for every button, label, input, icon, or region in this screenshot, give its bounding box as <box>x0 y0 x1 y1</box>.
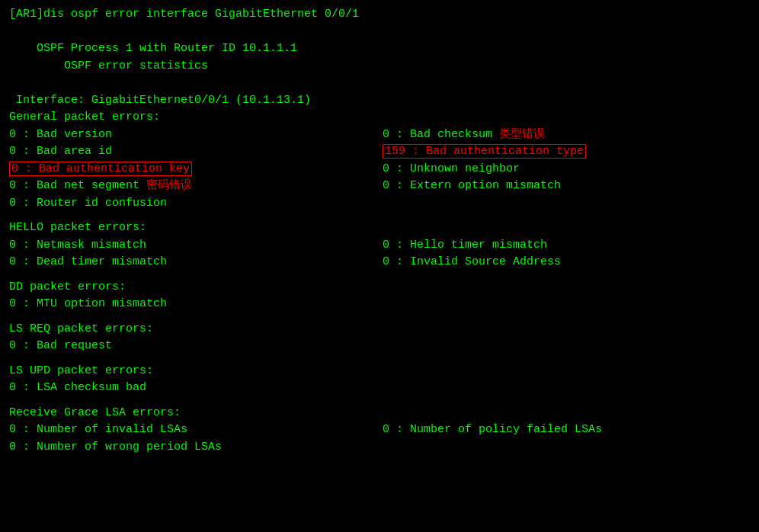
prompt-line: [AR1]dis ospf error interface GigabitEth… <box>9 6 750 24</box>
general-row-4-right <box>383 195 750 213</box>
lsreq-row-0-left: 0 : Bad request <box>9 338 383 355</box>
bad-auth-key-box: 0 : Bad authentication key <box>9 162 192 176</box>
general-row-3: 0 : Bad net segment 密码错误 0 : Extern opti… <box>9 178 750 195</box>
blank2 <box>9 75 750 92</box>
dd-row-0: 0 : MTU option mismatch <box>9 296 750 313</box>
lsreq-header: LS REQ packet errors: <box>9 321 750 338</box>
header2: OSPF error statistics <box>9 58 750 75</box>
grace-row-0-right: 0 : Number of policy failed LSAs <box>383 421 750 439</box>
general-row-2: 0 : Bad authentication key 0 : Unknown n… <box>9 161 750 178</box>
annotation-password: 密码错误 <box>146 179 192 192</box>
general-row-0-right: 0 : Bad checksum 类型错误 <box>383 127 750 144</box>
terminal: [AR1]dis ospf error interface GigabitEth… <box>9 6 750 526</box>
lsupd-row-0-right <box>383 380 750 397</box>
annotation-checksum: 类型错误 <box>499 128 545 141</box>
grace-header: Receive Grace LSA errors: <box>9 405 750 422</box>
gap4 <box>9 355 750 363</box>
general-row-2-left: 0 : Bad authentication key <box>9 161 383 178</box>
general-row-3-left: 0 : Bad net segment 密码错误 <box>9 178 383 195</box>
header1: OSPF Process 1 with Router ID 10.1.1.1 <box>9 40 750 58</box>
gap5 <box>9 397 750 405</box>
hello-row-0-right: 0 : Hello timer mismatch <box>383 237 750 255</box>
gap1 <box>9 212 750 220</box>
general-row-2-right: 0 : Unknown neighbor <box>383 161 750 178</box>
grace-row-1-right <box>383 439 750 457</box>
grace-row-0-left: 0 : Number of invalid LSAs <box>9 421 383 439</box>
dd-row-0-left: 0 : MTU option mismatch <box>9 296 383 313</box>
general-row-0-left: 0 : Bad version <box>9 127 383 144</box>
grace-row-0: 0 : Number of invalid LSAs 0 : Number of… <box>9 421 750 439</box>
dd-header: DD packet errors: <box>9 279 750 296</box>
blank1 <box>9 24 750 41</box>
dd-row-0-right <box>383 296 750 313</box>
hello-header: HELLO packet errors: <box>9 220 750 237</box>
general-header: General packet errors: <box>9 109 750 127</box>
lsupd-header: LS UPD packet errors: <box>9 363 750 380</box>
lsupd-row-0: 0 : LSA checksum bad <box>9 380 750 397</box>
hello-row-1-left: 0 : Dead timer mismatch <box>9 254 383 271</box>
hello-row-1-right: 0 : Invalid Source Address <box>383 254 750 271</box>
general-row-1: 0 : Bad area id 159 : Bad authentication… <box>9 143 750 161</box>
lsreq-row-0: 0 : Bad request <box>9 338 750 355</box>
general-row-0: 0 : Bad version 0 : Bad checksum 类型错误 <box>9 127 750 144</box>
general-row-3-right: 0 : Extern option mismatch <box>383 178 750 195</box>
hello-row-0: 0 : Netmask mismatch 0 : Hello timer mis… <box>9 237 750 255</box>
general-row-1-right: 159 : Bad authentication type <box>383 143 750 161</box>
general-row-1-left: 0 : Bad area id <box>9 143 383 161</box>
hello-row-1: 0 : Dead timer mismatch 0 : Invalid Sour… <box>9 254 750 271</box>
gap2 <box>9 271 750 279</box>
gap3 <box>9 313 750 321</box>
general-row-4-left: 0 : Router id confusion <box>9 195 383 213</box>
grace-row-1-left: 0 : Number of wrong period LSAs <box>9 439 383 457</box>
lsupd-row-0-left: 0 : LSA checksum bad <box>9 380 383 397</box>
general-row-4: 0 : Router id confusion <box>9 195 750 213</box>
lsreq-row-0-right <box>383 338 750 355</box>
interface-line: Interface: GigabitEthernet0/0/1 (10.1.13… <box>9 92 750 110</box>
hello-row-0-left: 0 : Netmask mismatch <box>9 237 383 255</box>
grace-row-1: 0 : Number of wrong period LSAs <box>9 439 750 457</box>
bad-auth-type-box: 159 : Bad authentication type <box>383 144 586 159</box>
